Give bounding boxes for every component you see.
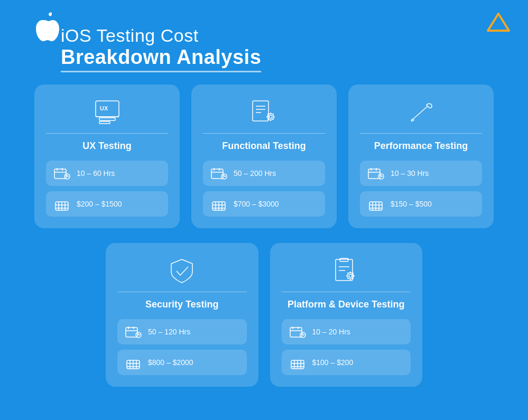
card-divider <box>203 133 325 134</box>
performance-icon <box>403 96 440 128</box>
svg-point-78 <box>349 274 352 277</box>
clock-calendar-icon-5 <box>289 324 306 339</box>
ux-testing-title: UX Testing <box>82 140 132 152</box>
platform-device-testing-card: Platform & Device Testing 10 – 20 Hrs <box>270 243 423 387</box>
card-divider <box>117 292 247 292</box>
page-header: iOS Testing Cost Breakdown Analysis <box>61 25 261 72</box>
clock-calendar-icon-3 <box>367 166 384 181</box>
svg-text:UX: UX <box>100 105 108 111</box>
svg-line-29 <box>267 114 268 115</box>
performance-cost-text: $150 – $500 <box>391 200 432 208</box>
performance-testing-card: Performance Testing 10 – 30 Hrs <box>348 85 494 228</box>
security-cost-text: $800 – $2000 <box>148 358 193 367</box>
svg-line-83 <box>347 273 348 274</box>
ux-cost-row: $200 – $1500 <box>46 191 168 217</box>
clock-calendar-icon-4 <box>125 324 142 339</box>
functional-cost-text: $700 – $3000 <box>234 200 279 208</box>
svg-rect-74 <box>340 258 348 262</box>
card-divider <box>46 133 168 134</box>
card-divider <box>360 133 482 134</box>
clock-calendar-icon-2 <box>210 166 227 181</box>
card-divider <box>282 292 411 292</box>
ux-icon: UX <box>89 96 126 128</box>
security-testing-card: Security Testing 50 – 120 Hrs <box>106 243 258 387</box>
security-icon <box>163 255 200 286</box>
performance-cost-row: $150 – $500 <box>360 191 482 217</box>
bottom-cards-row: Security Testing 50 – 120 Hrs <box>106 243 422 387</box>
ux-testing-card: UX UX Testing 10 – 60 H <box>34 85 180 228</box>
money-bag-icon-4 <box>125 355 142 370</box>
performance-hours-row: 10 – 30 Hrs <box>360 161 482 186</box>
svg-point-24 <box>269 115 272 118</box>
svg-line-32 <box>267 119 268 120</box>
ux-cost-text: $200 – $1500 <box>77 200 122 208</box>
performance-testing-title: Performance Testing <box>374 140 468 152</box>
money-bag-icon <box>53 197 70 211</box>
svg-marker-0 <box>488 14 509 31</box>
header-subtitle: iOS Testing Cost <box>61 25 261 46</box>
functional-testing-title: Functional Testing <box>222 140 306 152</box>
clock-calendar-icon <box>53 166 70 181</box>
svg-line-84 <box>353 278 354 279</box>
svg-rect-4 <box>99 118 115 120</box>
platform-hours-row: 10 – 20 Hrs <box>282 319 411 344</box>
functional-hours-text: 50 – 200 Hrs <box>234 169 276 178</box>
brand-triangle-logo <box>486 12 511 33</box>
security-hours-row: 50 – 120 Hrs <box>117 319 247 344</box>
platform-icon <box>328 255 365 286</box>
ux-hours-row: 10 – 60 Hrs <box>46 161 168 186</box>
security-cost-row: $800 – $2000 <box>117 350 247 375</box>
security-testing-title: Security Testing <box>145 298 219 311</box>
top-cards-row: UX UX Testing 10 – 60 H <box>34 85 494 228</box>
security-hours-text: 50 – 120 Hrs <box>148 328 190 336</box>
platform-cost-text: $100 – $200 <box>312 358 354 367</box>
functional-hours-row: 50 – 200 Hrs <box>203 161 325 186</box>
functional-cost-row: $700 – $3000 <box>203 191 325 217</box>
money-bag-icon-2 <box>210 197 227 211</box>
apple-logo <box>32 10 61 39</box>
svg-rect-5 <box>99 122 110 124</box>
performance-hours-text: 10 – 30 Hrs <box>391 169 429 178</box>
svg-rect-19 <box>253 101 268 121</box>
platform-testing-title: Platform & Device Testing <box>288 298 405 311</box>
platform-hours-text: 10 – 20 Hrs <box>312 328 350 336</box>
functional-icon <box>246 96 283 128</box>
money-bag-icon-3 <box>367 197 384 211</box>
money-bag-icon-5 <box>289 355 306 370</box>
header-title: Breakdown Analysis <box>61 46 261 72</box>
svg-line-31 <box>273 114 274 115</box>
svg-line-30 <box>273 119 274 120</box>
ux-hours-text: 10 – 60 Hrs <box>77 169 115 178</box>
platform-cost-row: $100 – $200 <box>282 350 411 375</box>
functional-testing-card: Functional Testing 50 – 200 Hrs <box>191 85 337 228</box>
svg-line-46 <box>413 106 428 119</box>
svg-line-86 <box>347 278 348 279</box>
svg-line-85 <box>353 273 354 274</box>
